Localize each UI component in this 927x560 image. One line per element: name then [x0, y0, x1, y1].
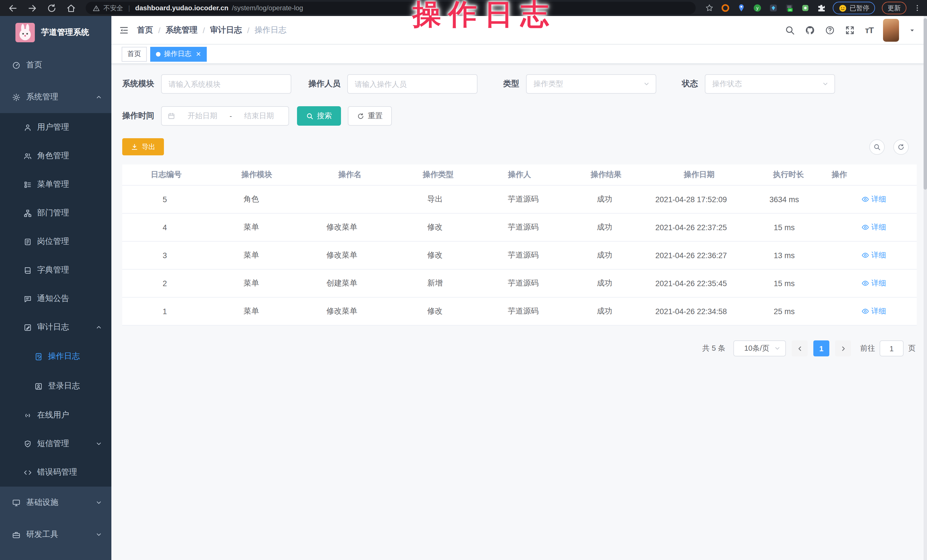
table-header-row: 日志编号操作模块操作名操作类型操作人操作结果操作日期执行时长操作: [122, 164, 917, 186]
breadcrumb-item-system[interactable]: 系统管理: [166, 25, 198, 35]
prev-page-button[interactable]: [792, 340, 808, 357]
refresh-icon: [897, 143, 905, 150]
sidebar-item-notice[interactable]: 通知公告: [0, 284, 111, 313]
security-label[interactable]: 不安全: [103, 4, 123, 12]
breadcrumb-item-home[interactable]: 首页: [137, 25, 153, 35]
sidebar-item-dict-management[interactable]: 字典管理: [0, 256, 111, 284]
sidebar-item-role-management[interactable]: 角色管理: [0, 142, 111, 170]
sidebar-item-post-management[interactable]: 岗位管理: [0, 227, 111, 256]
cell-log-id: 3: [122, 251, 207, 260]
sidebar-item-menu-management[interactable]: 菜单管理: [0, 170, 111, 199]
search-icon[interactable]: [785, 25, 795, 35]
goto-label: 前往: [860, 343, 875, 354]
window-scrollbar[interactable]: [924, 16, 927, 560]
address-bar[interactable]: 不安全 | dashboard.yudao.iocoder.cn/system/…: [86, 2, 695, 14]
sidebar-item-infra[interactable]: 基础设施: [0, 487, 111, 519]
gear-icon: [12, 93, 21, 102]
emoji-avatar-icon: [838, 4, 847, 12]
font-size-icon[interactable]: тT: [865, 25, 873, 35]
browser-reload-icon[interactable]: [47, 3, 56, 13]
sidebar-item-login-log[interactable]: 登录日志: [0, 371, 111, 401]
user-avatar[interactable]: [883, 18, 899, 41]
sidebar-item-dev-tools[interactable]: 研发工具: [0, 519, 111, 551]
detail-link[interactable]: 详细: [861, 194, 886, 204]
eye-icon: [861, 307, 869, 315]
goto-page-input[interactable]: [880, 340, 904, 357]
extension-orange-ring-icon[interactable]: [720, 3, 729, 12]
scrollbar-thumb[interactable]: [924, 18, 927, 190]
extension-on-badge-icon[interactable]: on: [784, 3, 794, 12]
help-icon[interactable]: [825, 25, 835, 35]
export-button[interactable]: 导出: [122, 138, 164, 155]
chevron-up-icon: [96, 324, 102, 331]
chevron-down-icon: [774, 345, 781, 352]
extension-green-circle-icon[interactable]: y: [752, 3, 761, 12]
operator-input[interactable]: [347, 74, 477, 94]
sidebar-label: 在线用户: [37, 410, 69, 420]
omnibox-separator: |: [128, 4, 130, 12]
browser-forward-icon[interactable]: [27, 3, 37, 13]
detail-link[interactable]: 详细: [861, 306, 886, 316]
page-size-value: 10条/页: [740, 343, 774, 354]
cell-operation-name: 创建菜单: [295, 278, 388, 288]
app-logo[interactable]: 芋道管理系统: [0, 16, 111, 49]
tag-operate-log[interactable]: 操作日志: [150, 47, 207, 61]
extension-gem-icon[interactable]: [769, 3, 778, 12]
cell-operation-name: 修改菜单: [295, 250, 388, 260]
fullscreen-icon[interactable]: [845, 25, 855, 35]
extension-pin-icon[interactable]: [737, 3, 746, 12]
reset-button[interactable]: 重置: [348, 106, 392, 126]
browser-menu-kebab-icon[interactable]: [913, 3, 921, 12]
bookmark-star-icon[interactable]: [705, 3, 714, 12]
sidebar-item-dept-management[interactable]: 部门管理: [0, 199, 111, 227]
dictionary-book-icon: [23, 266, 32, 275]
breadcrumb-item-audit[interactable]: 审计日志: [210, 25, 242, 35]
table-row: 3 菜单 修改菜单 修改 芋道源码 成功 2021-04-26 22:36:27…: [122, 241, 917, 270]
tag-home[interactable]: 首页: [122, 47, 147, 61]
extensions-puzzle-icon[interactable]: [816, 3, 826, 12]
table-header-cell: 操作类型: [397, 170, 480, 180]
sidebar-item-system[interactable]: 系统管理: [0, 81, 111, 113]
browser-back-icon[interactable]: [8, 3, 18, 13]
page-number-current[interactable]: 1: [813, 340, 829, 357]
sidebar-item-operate-log[interactable]: 操作日志: [0, 341, 111, 371]
cell-action: 详细: [830, 194, 917, 205]
extension-green-leaf-icon[interactable]: [801, 3, 810, 12]
toggle-search-button[interactable]: [869, 139, 885, 155]
page-size-select[interactable]: 10条/页: [733, 340, 786, 357]
sidebar-item-errcode-management[interactable]: 错误码管理: [0, 458, 111, 487]
url-path[interactable]: /system/log/operate-log: [232, 4, 303, 12]
module-input[interactable]: [161, 74, 291, 94]
status-select[interactable]: 操作状态: [705, 74, 835, 94]
github-icon[interactable]: [805, 25, 815, 35]
sidebar-item-user-management[interactable]: 用户管理: [0, 113, 111, 142]
detail-link[interactable]: 详细: [861, 222, 886, 232]
sidebar-item-audit-log[interactable]: 审计日志: [0, 313, 111, 341]
profile-paused-badge[interactable]: 已暂停: [833, 2, 875, 14]
cell-action: 详细: [830, 222, 917, 233]
detail-link[interactable]: 详细: [861, 250, 886, 260]
sidebar-item-online-users[interactable]: 在线用户: [0, 401, 111, 429]
refresh-table-button[interactable]: [893, 139, 909, 155]
fold-sidebar-icon[interactable]: [119, 25, 129, 35]
close-tab-icon[interactable]: [196, 52, 201, 56]
sidebar-label: 岗位管理: [37, 237, 69, 247]
caret-down-icon[interactable]: [909, 27, 916, 33]
detail-link-label: 详细: [871, 278, 886, 288]
browser-home-icon[interactable]: [66, 3, 76, 13]
type-select[interactable]: 操作类型: [526, 74, 656, 94]
date-range-picker[interactable]: 开始日期 - 结束日期: [161, 106, 289, 126]
url-host[interactable]: dashboard.yudao.iocoder.cn: [135, 4, 228, 12]
next-page-button[interactable]: [835, 340, 851, 357]
browser-update-button[interactable]: 更新: [882, 2, 906, 14]
sidebar-item-sms-management[interactable]: 短信管理: [0, 429, 111, 458]
detail-link[interactable]: 详细: [861, 278, 886, 288]
status-label: 状态: [682, 79, 698, 89]
search-button[interactable]: 搜索: [297, 106, 341, 126]
cell-operation-name: 修改菜单: [295, 306, 388, 316]
chat-bubble-icon: [23, 294, 32, 303]
detail-link-label: 详细: [871, 306, 886, 316]
sidebar-label: 系统管理: [26, 92, 58, 102]
chevron-right-icon: [840, 345, 846, 352]
sidebar-item-home[interactable]: 首页: [0, 49, 111, 81]
